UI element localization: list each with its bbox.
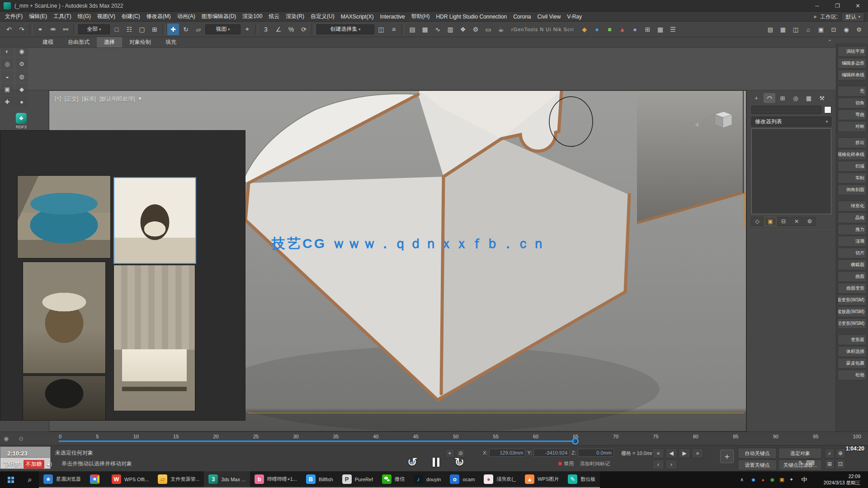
toolbar-button[interactable]: ▢ xyxy=(136,23,148,35)
timeline-toggle-icon[interactable]: ⊙ xyxy=(19,435,24,442)
modifier-button[interactable]: 壳 xyxy=(838,86,867,97)
modifier-button[interactable]: 对称 xyxy=(838,121,867,132)
command-panel-tab[interactable]: ＋ xyxy=(750,93,762,103)
taskbar-app[interactable]: 3 3ds Max ... xyxy=(204,471,250,488)
status-misc-icon[interactable]: ✎ xyxy=(798,460,803,466)
taskbar-app[interactable]: P PureRef xyxy=(338,471,377,488)
modifier-button[interactable]: 切角 xyxy=(838,98,867,108)
set-keys-button[interactable]: ＋ xyxy=(720,450,734,463)
taskbar-app[interactable]: ▲ WPS图片 xyxy=(520,471,563,488)
viewport-menu-standard[interactable]: [标准] xyxy=(82,95,96,103)
menu-item[interactable]: Interactive xyxy=(377,14,408,20)
modifier-stack-list[interactable] xyxy=(751,128,831,214)
modifier-button[interactable]: 体积选择 xyxy=(838,346,867,357)
modifier-button[interactable]: 涡轮平滑 xyxy=(838,46,867,57)
taskbar-app[interactable]: b 哔哩哔哩+1... xyxy=(250,471,302,488)
toolbar-button[interactable] xyxy=(401,24,405,35)
key-step-button[interactable]: › xyxy=(665,460,677,469)
viewport-nav-button[interactable]: ⊞ xyxy=(825,459,835,469)
toolbar-button[interactable]: ▱ xyxy=(193,23,204,35)
ribbon-collapse-icon[interactable]: ⌃ xyxy=(828,39,832,45)
command-panel-tab[interactable]: ⚒ xyxy=(816,93,828,103)
menu-item[interactable]: 组(G) xyxy=(75,13,94,20)
toolbar-button[interactable]: ◫ xyxy=(375,23,387,35)
modifier-stack-button[interactable]: ✕ xyxy=(791,217,802,226)
mute-status[interactable]: 禁用 xyxy=(558,460,574,467)
toolbar-button[interactable]: 创建选择集 xyxy=(316,24,374,34)
toolbar-button[interactable]: □ xyxy=(111,23,123,35)
toolbar-button[interactable]: ◫ xyxy=(790,23,802,35)
toolbar-button[interactable]: ⚮ xyxy=(47,23,59,35)
modifier-button[interactable]: 变形器 xyxy=(838,334,867,345)
reference-image-panel[interactable] xyxy=(0,130,245,421)
modifier-button[interactable]: 路径变形(WSM) xyxy=(838,318,867,329)
taskbar-app[interactable]: ● 须臾欢(_ xyxy=(479,471,520,488)
modifier-button[interactable]: 蒙皮包裹 xyxy=(838,358,867,369)
taskbar-app[interactable]: ★ 星愿浏览器 xyxy=(39,471,85,488)
toolbar-button[interactable]: ● xyxy=(591,23,603,35)
toolbar-button[interactable] xyxy=(255,24,258,35)
add-time-tag-button[interactable]: 添加时间标记 xyxy=(580,460,610,467)
reference-image-blue-velvet-sofa[interactable] xyxy=(17,175,111,258)
playback-button[interactable]: ◀ xyxy=(665,448,677,458)
rdf3-plugin[interactable]: ❖ RDF3 xyxy=(14,113,28,129)
modifier-button[interactable]: 球形化 xyxy=(838,201,867,211)
time-slider[interactable]: ◉⊙ 0510152025303540455055606570758085909… xyxy=(0,432,868,445)
modifier-stack-button[interactable]: ⊟ xyxy=(778,217,789,226)
workspace-dropdown[interactable]: 默认▾ xyxy=(841,12,864,22)
menu-overflow-icon[interactable]: » xyxy=(813,14,816,20)
viewport-menu-pov[interactable]: [正交] xyxy=(65,95,79,103)
menu-item[interactable]: 编辑(E) xyxy=(26,13,50,20)
tray-icon[interactable]: ▣ xyxy=(778,476,786,483)
viewport-menu-general[interactable]: [+] xyxy=(55,95,61,103)
menu-item[interactable]: 工具(T) xyxy=(50,13,74,20)
playback-button[interactable]: « xyxy=(652,448,664,458)
forward-30-button[interactable]: ↻ 30 xyxy=(451,454,468,471)
key-step-button[interactable]: ‹ xyxy=(652,460,664,469)
z-coordinate-field[interactable]: 0.0mm xyxy=(578,449,614,457)
toolbar-button[interactable]: ∠ xyxy=(273,23,284,35)
reference-image-beige-armchair-selected[interactable] xyxy=(113,177,196,264)
rewind-10-button[interactable]: ↺ 10 xyxy=(404,454,421,471)
modifier-button[interactable]: 曲面变形(WSM) xyxy=(838,295,867,305)
x-coordinate-field[interactable]: 129.03mm xyxy=(489,449,525,457)
toolbar-button[interactable]: ▭ xyxy=(482,23,494,35)
modifier-button[interactable]: 编辑多边形 xyxy=(838,58,867,69)
playback-button[interactable]: » xyxy=(692,448,703,458)
toolbar-button[interactable]: ≡ xyxy=(388,23,400,35)
viewport-menu-shading[interactable]: [默认明暗处理] xyxy=(99,95,135,103)
reference-image-curved-wood-chair[interactable] xyxy=(23,262,106,374)
toolbar-button[interactable]: ∿ xyxy=(432,23,443,35)
toolbar-button[interactable]: ☷ xyxy=(123,23,135,35)
left-tool-button[interactable]: ◎ xyxy=(1,58,14,70)
viewport-nav-button[interactable]: ⊡ xyxy=(835,459,845,469)
modifier-button[interactable]: 松弛 xyxy=(838,370,867,380)
toolbar-button[interactable]: 3 xyxy=(260,23,272,35)
command-panel-tab[interactable]: ▦ xyxy=(803,93,815,103)
menu-item[interactable]: 视图(V) xyxy=(94,13,118,20)
reference-image-living-room-sofa[interactable] xyxy=(113,265,195,411)
toolbar-button[interactable] xyxy=(73,24,76,35)
auto-key-button[interactable]: 自动关键点 xyxy=(738,448,777,459)
toolbar-button[interactable] xyxy=(29,24,33,35)
toolbar-button[interactable]: ⟳ xyxy=(298,23,310,35)
menu-item[interactable]: MAXScript(X) xyxy=(338,14,377,20)
viewport-flag-icon[interactable]: ▾ xyxy=(139,95,142,103)
pause-button[interactable] xyxy=(429,454,443,471)
modifier-button[interactable]: 扫描 xyxy=(838,161,867,172)
menu-item[interactable]: 炫云 xyxy=(265,13,283,20)
left-tool-button[interactable]: ◒ xyxy=(1,70,14,82)
toolbar-button[interactable] xyxy=(311,24,315,35)
toolbar-button[interactable]: ⌂ xyxy=(802,23,814,35)
modifier-button[interactable]: 弯曲 xyxy=(838,109,867,120)
toolbar-button[interactable]: ⊡ xyxy=(828,23,840,35)
toolbar-button[interactable]: 全部 xyxy=(78,24,110,34)
window-control-button[interactable]: ─ xyxy=(807,0,827,12)
menu-item[interactable]: 动画(A) xyxy=(174,13,198,20)
menu-item[interactable]: HDR Light Studio Connection xyxy=(433,14,510,20)
toolbar-button[interactable]: ↶ xyxy=(3,23,15,35)
window-control-button[interactable]: ✕ xyxy=(848,0,868,12)
modifier-stack-button[interactable]: ◇ xyxy=(751,217,763,226)
toolbar-button[interactable]: ☰ xyxy=(667,23,679,35)
toolbar-button[interactable]: ▥ xyxy=(444,23,456,35)
